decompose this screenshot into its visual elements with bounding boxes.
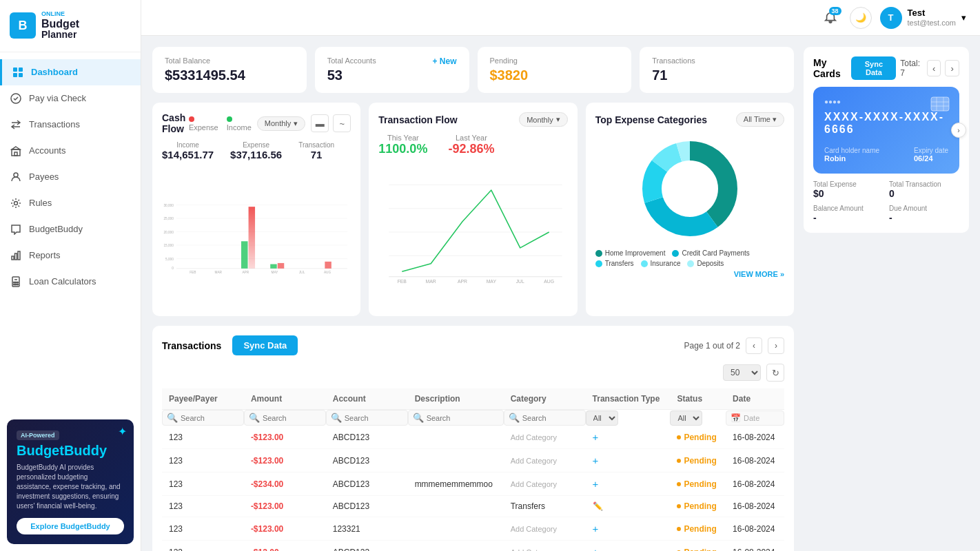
payee-search-input[interactable] — [181, 414, 236, 422]
next-page-button[interactable]: › — [768, 337, 784, 354]
cash-flow-legend: Expense Income — [189, 115, 252, 132]
building-icon — [10, 145, 22, 157]
svg-rect-3 — [19, 73, 23, 77]
balance-stat: Balance Amount - — [813, 205, 884, 223]
svg-rect-38 — [241, 241, 247, 269]
add-type-button[interactable]: + — [593, 431, 599, 443]
sidebar-item-accounts[interactable]: Accounts — [0, 138, 141, 164]
line-chart-view-button[interactable]: ~ — [333, 114, 351, 132]
sidebar-item-loan-calculators[interactable]: Loan Calculators — [0, 269, 141, 295]
svg-text:APR: APR — [242, 271, 249, 274]
per-page-select[interactable]: 50 25 100 — [723, 364, 761, 381]
cell-payee: 123 — [162, 426, 244, 449]
prev-page-button[interactable]: ‹ — [746, 337, 762, 354]
sidebar-item-rules[interactable]: Rules — [0, 190, 141, 216]
cell-description — [408, 496, 504, 517]
svg-text:JUL: JUL — [516, 279, 524, 284]
sidebar-item-dashboard[interactable]: Dashboard — [0, 59, 141, 85]
table-row: 123 -$123.00 ABCD123 Transfers ✏️ Pendin… — [162, 496, 784, 517]
check-circle-icon — [10, 92, 22, 105]
cell-amount: -$123.00 — [244, 496, 326, 517]
category-search-input[interactable] — [522, 414, 578, 422]
sidebar-item-label: Dashboard — [31, 67, 78, 77]
topbar: 38 🌙 T Test test@test.com ▾ — [141, 0, 980, 36]
transactions-table: Payee/Payer Amount Account Description C… — [162, 388, 784, 551]
add-type-button[interactable]: + — [593, 478, 599, 490]
new-account-link[interactable]: + New — [432, 56, 456, 66]
expense-metric: Expense $37,116.56 — [230, 141, 282, 160]
view-more-link[interactable]: VIEW MORE » — [595, 270, 784, 278]
transaction-flow-monthly-button[interactable]: Monthly ▾ — [519, 112, 568, 127]
logo-planner: Planner — [41, 30, 79, 40]
card-next-button[interactable]: › — [951, 123, 966, 138]
budget-buddy-promo: ✦ AI-Powered BudgetBuddy BudgetBuddy AI … — [7, 419, 134, 544]
transaction-type-filter[interactable]: All — [586, 410, 618, 426]
sync-data-button[interactable]: Sync Data — [232, 335, 298, 355]
transaction-flow-chart: FEB MAR APR MAY JUL AUG — [378, 163, 567, 301]
sidebar-item-payees[interactable]: Payees — [0, 164, 141, 190]
cell-date: 16-08-2024 — [726, 541, 784, 552]
arrows-icon — [10, 118, 22, 131]
svg-text:5,000: 5,000 — [165, 258, 174, 261]
svg-rect-60 — [931, 97, 949, 111]
explore-buddy-button[interactable]: Explore BudgetBuddy — [17, 518, 124, 534]
add-type-button[interactable]: + — [593, 523, 599, 534]
cards-next-button[interactable]: › — [945, 60, 959, 76]
logo-text: ONLINE Budget Planner — [41, 11, 79, 41]
user-menu[interactable]: T Test test@test.com ▾ — [880, 7, 966, 29]
settings-icon — [10, 197, 22, 209]
sidebar-item-pay-via-check[interactable]: Pay via Check — [0, 85, 141, 112]
add-category-label: Add Category — [511, 457, 557, 465]
cell-amount: -$123.00 — [244, 517, 326, 541]
top-expenses-card: Top Expense Categories All Time ▾ — [586, 103, 794, 316]
svg-text:0: 0 — [172, 267, 174, 270]
cash-flow-monthly-button[interactable]: Monthly ▾ — [257, 116, 306, 131]
svg-rect-1 — [19, 67, 23, 72]
total-balance-label: Total Balance — [165, 56, 294, 65]
add-category-label: Add Category — [511, 548, 557, 552]
user-icon — [10, 171, 22, 183]
description-search-input[interactable] — [427, 414, 482, 422]
theme-toggle-button[interactable]: 🌙 — [850, 7, 872, 29]
transaction-flow-title: Transaction Flow — [378, 114, 457, 125]
bar-chart-view-button[interactable]: ▬ — [311, 114, 329, 132]
notification-bell-button[interactable]: 38 — [819, 7, 841, 29]
sidebar-item-budget-buddy[interactable]: BudgetBuddy — [0, 216, 141, 242]
status-filter[interactable]: All — [670, 410, 702, 426]
add-type-button[interactable]: + — [593, 546, 599, 551]
table-row: 123 -$123.00 ABCD123 Add Category + Pend… — [162, 426, 784, 449]
account-search-input[interactable] — [345, 414, 400, 422]
sidebar-item-transactions[interactable]: Transactions — [0, 112, 141, 138]
logo-online: ONLINE — [41, 11, 79, 18]
svg-point-17 — [14, 284, 15, 285]
sidebar-item-label: BudgetBuddy — [29, 224, 83, 234]
svg-rect-40 — [249, 207, 255, 269]
cell-payee: 123 — [162, 472, 244, 496]
avatar: T — [880, 7, 902, 29]
total-accounts-label: Total Accounts + New — [327, 56, 457, 65]
sidebar-nav: Dashboard Pay via Check Transactions Acc… — [0, 52, 141, 413]
all-time-filter-button[interactable]: All Time ▾ — [736, 112, 784, 127]
cards-sync-button[interactable]: Sync Data — [851, 56, 896, 80]
edit-icon[interactable]: ✏️ — [593, 501, 603, 511]
cell-payee: 123 — [162, 449, 244, 472]
sparkle-icon: ✦ — [118, 425, 127, 438]
cell-type: + — [586, 426, 671, 449]
add-type-button[interactable]: + — [593, 455, 599, 466]
sidebar-item-reports[interactable]: Reports — [0, 242, 141, 269]
svg-rect-41 — [278, 263, 284, 269]
user-name: Test — [908, 8, 956, 19]
cell-account: ABCD123 — [326, 472, 408, 496]
cards-prev-button[interactable]: ‹ — [927, 60, 941, 76]
cell-description — [408, 517, 504, 541]
chat-icon — [10, 223, 22, 236]
card-chip-icon — [930, 96, 950, 113]
cell-status: Pending — [670, 541, 726, 552]
transaction-flow-stats: This Year 1100.0% Last Year -92.86% — [378, 134, 567, 156]
svg-point-19 — [17, 284, 19, 285]
svg-text:MAR: MAR — [215, 271, 223, 274]
refresh-button[interactable]: ↻ — [766, 364, 784, 382]
sidebar-item-label: Reports — [29, 250, 61, 260]
table-row: 123 -$123.00 ABCD123 Add Category + Pend… — [162, 449, 784, 472]
amount-search-input[interactable] — [263, 414, 318, 422]
